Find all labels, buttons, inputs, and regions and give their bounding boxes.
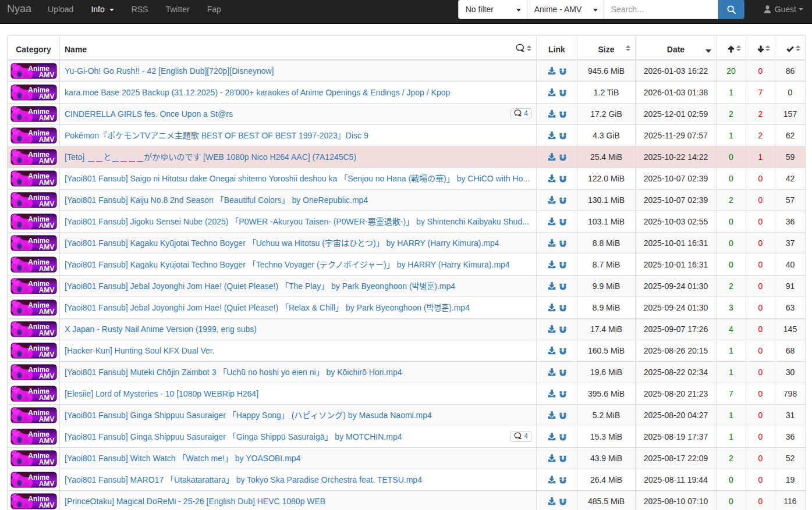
svg-text:AMV: AMV bbox=[38, 372, 54, 380]
svg-text:AMV: AMV bbox=[38, 329, 54, 337]
svg-text:AMV: AMV bbox=[38, 135, 54, 144]
svg-text:AMV: AMV bbox=[38, 501, 54, 509]
svg-text:AMV: AMV bbox=[38, 71, 54, 79]
svg-text:AMV: AMV bbox=[38, 437, 54, 445]
svg-text:AMV: AMV bbox=[38, 200, 54, 208]
svg-text:AMV: AMV bbox=[38, 243, 54, 251]
svg-text:AMV: AMV bbox=[38, 415, 54, 423]
svg-text:AMV: AMV bbox=[38, 308, 54, 316]
svg-text:AMV: AMV bbox=[38, 351, 54, 359]
svg-text:AMV: AMV bbox=[38, 157, 54, 165]
svg-text:AMV: AMV bbox=[38, 114, 54, 122]
svg-text:AMV: AMV bbox=[38, 394, 54, 402]
svg-text:AMV: AMV bbox=[38, 458, 54, 466]
svg-text:AMV: AMV bbox=[38, 92, 54, 101]
svg-text:AMV: AMV bbox=[38, 265, 54, 273]
svg-text:AMV: AMV bbox=[38, 222, 54, 230]
svg-text:AMV: AMV bbox=[38, 480, 54, 488]
svg-text:AMV: AMV bbox=[38, 179, 54, 187]
svg-text:AMV: AMV bbox=[38, 286, 54, 294]
